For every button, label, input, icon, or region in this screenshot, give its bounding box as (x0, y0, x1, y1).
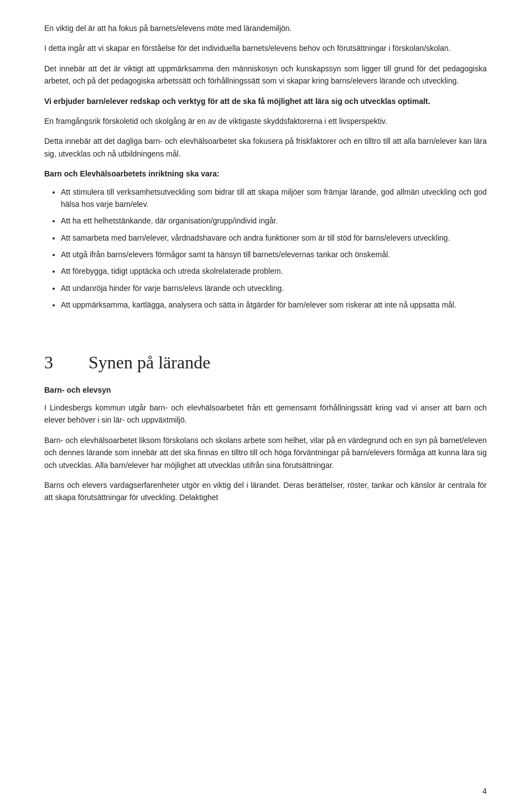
paragraph-5: En framgångsrik förskoletid och skolgång… (44, 115, 487, 127)
section-number: 3 (44, 352, 66, 373)
section-header: 3 Synen på lärande (44, 352, 487, 373)
list-item: Att uppmärksamma, kartlägga, analysera o… (61, 299, 487, 311)
page: En viktig del är att ha fokus på barnets… (0, 0, 531, 812)
bullet-list: Att stimulera till verksamhetsutveckling… (61, 186, 487, 311)
sub-heading: Barn- och elevsyn (44, 384, 487, 396)
paragraph-3: Det innebär att det är viktigt att uppmä… (44, 63, 487, 87)
paragraph-8: Barn- och elevhälsoarbetet liksom försko… (44, 434, 487, 471)
list-item: Att ha ett helhetstänkande, där organisa… (61, 215, 487, 227)
paragraph-9: Barns och elevers vardagserfarenheter ut… (44, 479, 487, 504)
bold-part-p4: Vi erbjuder barn/elever redskap och verk… (44, 97, 430, 106)
paragraph-7: I Lindesbergs kommun utgår barn- och ele… (44, 402, 487, 426)
paragraph-6: Detta innebär att det dagliga barn- och … (44, 135, 487, 160)
paragraph-4: Vi erbjuder barn/elever redskap och verk… (44, 95, 487, 107)
section-bold-heading: Barn och Elevhälsoarbetets inriktning sk… (44, 168, 487, 180)
list-item: Att undanröja hinder för varje barns/ele… (61, 282, 487, 294)
page-number: 4 (482, 787, 487, 795)
paragraph-2: I detta ingår att vi skapar en förståels… (44, 42, 487, 54)
section-title: Synen på lärande (88, 352, 210, 373)
list-item: Att stimulera till verksamhetsutveckling… (61, 186, 487, 211)
list-item: Att förebygga, tidigt upptäcka och utred… (61, 265, 487, 277)
list-item: Att samarbeta med barn/elever, vårdnadsh… (61, 232, 487, 244)
list-item: Att utgå ifrån barns/elevers förmågor sa… (61, 248, 487, 261)
paragraph-1: En viktig del är att ha fokus på barnets… (44, 22, 487, 34)
